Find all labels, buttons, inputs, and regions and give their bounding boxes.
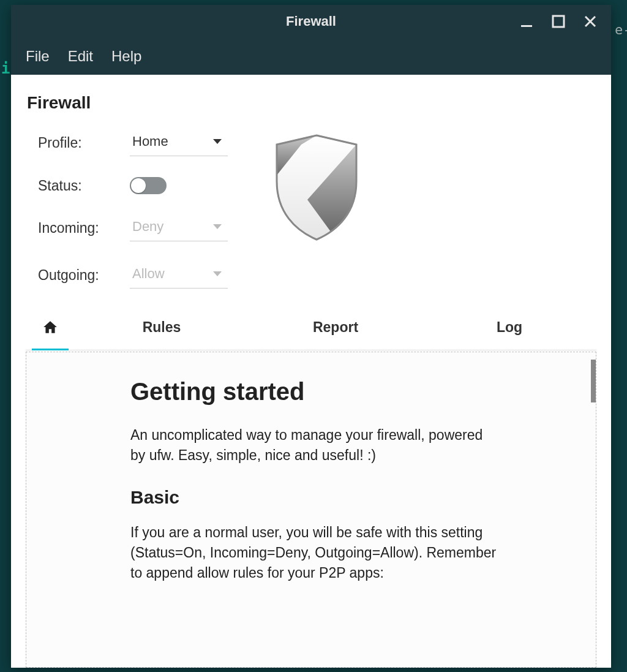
tab-report[interactable]: Report (249, 311, 422, 350)
menu-file[interactable]: File (26, 48, 50, 65)
documentation-scroll[interactable]: Getting started An uncomplicated way to … (26, 352, 591, 667)
page-title: Firewall (26, 93, 596, 113)
incoming-dropdown[interactable]: Deny (130, 215, 228, 241)
tabs: Rules Report Log (26, 311, 596, 350)
background-terminal-fragment: e- (615, 22, 627, 37)
window-controls (519, 14, 611, 29)
incoming-label: Incoming: (38, 220, 130, 236)
window-title: Firewall (286, 13, 336, 29)
tab-log[interactable]: Log (422, 311, 596, 350)
documentation-pane: Getting started An uncomplicated way to … (26, 352, 596, 668)
status-label: Status: (38, 178, 130, 194)
chevron-down-icon (213, 139, 222, 144)
chevron-down-icon (213, 271, 222, 276)
menu-edit[interactable]: Edit (68, 48, 93, 65)
tab-home[interactable] (26, 311, 75, 350)
background-terminal-prompt: i (1, 60, 10, 77)
outgoing-value: Allow (132, 266, 165, 282)
firewall-window: Firewall File Edit Help Firewall Profile… (11, 5, 611, 668)
minimize-button[interactable] (519, 14, 534, 29)
toggle-knob (131, 178, 146, 193)
settings-area: Profile: Home Status: Incoming: Deny Out… (26, 130, 596, 289)
svg-rect-1 (553, 16, 564, 27)
tab-rules[interactable]: Rules (75, 311, 249, 350)
outgoing-dropdown[interactable]: Allow (130, 262, 228, 289)
svg-rect-0 (521, 25, 532, 27)
profile-value: Home (132, 134, 168, 149)
doc-paragraph-basic: If you are a normal user, you will be sa… (130, 523, 498, 584)
maximize-button[interactable] (551, 14, 566, 29)
close-button[interactable] (583, 14, 598, 29)
doc-subheading-basic: Basic (130, 487, 554, 508)
chevron-down-icon (213, 224, 222, 229)
status-toggle[interactable] (130, 177, 167, 194)
home-icon (42, 319, 58, 339)
menubar: File Edit Help (11, 38, 611, 75)
scrollbar-thumb[interactable] (591, 360, 596, 402)
titlebar: Firewall (11, 5, 611, 38)
profile-dropdown[interactable]: Home (130, 130, 228, 156)
shield-icon (265, 130, 369, 289)
doc-heading: Getting started (130, 378, 554, 406)
doc-paragraph-intro: An uncomplicated way to manage your fire… (130, 425, 498, 466)
profile-label: Profile: (38, 135, 130, 151)
outgoing-label: Outgoing: (38, 267, 130, 284)
incoming-value: Deny (132, 219, 163, 235)
content-area: Firewall Profile: Home Status: Incoming:… (11, 75, 611, 668)
settings-grid: Profile: Home Status: Incoming: Deny Out… (38, 130, 228, 289)
menu-help[interactable]: Help (111, 48, 141, 65)
